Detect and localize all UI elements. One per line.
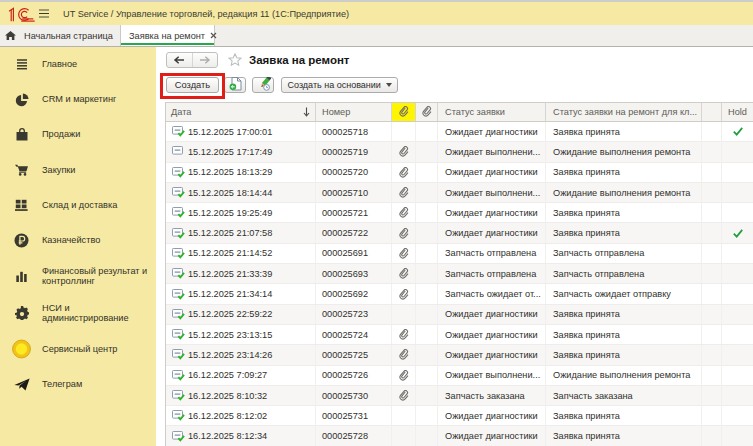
edit-postpone-icon [256, 77, 271, 93]
dropdown-caret-icon [386, 83, 392, 87]
sidebar-item-главное[interactable]: Главное [0, 47, 156, 82]
cell-spacer [702, 142, 722, 161]
table-row[interactable]: 15.12.2025 17:00:01000025718Ожидает диаг… [166, 122, 753, 142]
cell-hold [722, 163, 753, 182]
cell-date: 16.12.2025 8:12:02 [166, 406, 316, 425]
cell-spacer [702, 305, 722, 324]
cell-hold [722, 386, 753, 405]
table-row[interactable]: 15.12.2025 23:14:26000025725Ожидает диаг… [166, 345, 753, 365]
table-row[interactable]: 15.12.2025 21:34:14000025692Запчасть ожи… [166, 284, 753, 304]
table-row[interactable]: 16.12.2025 8:10:32000025730Запчасть зака… [166, 386, 753, 406]
cell-number: 000025691 [316, 244, 392, 263]
tab-repair-request[interactable]: Заявка на ремонт [120, 25, 215, 46]
cell-date: 15.12.2025 18:14:44 [166, 183, 316, 202]
forward-button[interactable] [193, 53, 218, 67]
table-row[interactable]: 15.12.2025 19:25:49000025721Ожидает диаг… [166, 203, 753, 223]
ruble-icon [12, 233, 31, 248]
cell-status: Запчасть ожидает от... [438, 284, 546, 303]
column-header-attachment[interactable] [416, 103, 438, 121]
cell-date: 16.12.2025 8:12:34 [166, 426, 316, 445]
tab-close-icon[interactable] [210, 32, 217, 39]
cell-attachment-2 [416, 264, 438, 283]
main-menu-button[interactable] [39, 9, 49, 19]
sidebar-item-label: Главное [42, 59, 77, 70]
tab-home[interactable]: Начальная страница [0, 25, 120, 46]
table-row[interactable]: 15.12.2025 18:14:44000025710Ожидает выпо… [166, 183, 753, 203]
menu-line [39, 13, 49, 15]
sidebar-item-финансовый[interactable]: Финансовый результат и контроллинг [0, 258, 156, 295]
date-value: 15.12.2025 21:33:39 [188, 269, 272, 279]
table-row[interactable]: 15.12.2025 17:17:49000025719Ожидает выпо… [166, 142, 753, 162]
cell-attachment-2 [416, 345, 438, 364]
table-row[interactable]: 16.12.2025 8:12:02000025731Ожидает диагн… [166, 406, 753, 426]
paperclip-icon [399, 146, 409, 157]
sidebar-item-label: Сервисный центр [42, 344, 117, 355]
table-row[interactable]: 15.12.2025 22:59:22000025723Ожидает диаг… [166, 305, 753, 325]
cell-hold [722, 406, 753, 425]
cell-status-client: Ожидание выполнения ремонта [546, 142, 702, 161]
sidebar-item-сервисный[interactable]: Сервисный центр [0, 332, 156, 367]
cell-date: 15.12.2025 21:33:39 [166, 264, 316, 283]
tab-bar: Начальная страница Заявка на ремонт [0, 25, 753, 47]
date-value: 16.12.2025 7:09:27 [188, 370, 267, 380]
hold-check-icon [733, 229, 743, 238]
sidebar-item-закупки[interactable]: Закупки [0, 152, 156, 187]
back-button[interactable] [167, 53, 193, 67]
cell-attachment-2 [416, 406, 438, 425]
cell-hold [722, 203, 753, 222]
table-row[interactable]: 15.12.2025 21:33:39000025693Запчасть отп… [166, 264, 753, 284]
cell-hold [722, 284, 753, 303]
table-row[interactable]: 16.12.2025 8:12:34000025728Ожидает диагн… [166, 426, 753, 446]
window-titlebar: UT Service / Управление торговлей, редак… [0, 2, 753, 25]
create-based-on-button[interactable]: Создать на основании [281, 77, 398, 93]
cell-status: Ожидает диагностики [438, 163, 546, 182]
sidebar-item-crm[interactable]: CRM и маркетинг [0, 82, 156, 117]
table-row[interactable]: 15.12.2025 21:07:58000025722Ожидает диаг… [166, 223, 753, 243]
cell-status-client: Заявка принята [546, 406, 702, 425]
paperclip-icon [399, 248, 409, 259]
sections-sidebar: ГлавноеCRM и маркетингПродажиЗакупкиСкла… [0, 47, 156, 446]
sidebar-item-продажи[interactable]: Продажи [0, 117, 156, 152]
cell-attachment [392, 142, 416, 161]
cell-attachment [392, 386, 416, 405]
sidebar-item-казначейство[interactable]: Казначейство [0, 222, 156, 257]
table-row[interactable]: 15.12.2025 23:13:15000025724Ожидает диаг… [166, 325, 753, 345]
cell-attachment-2 [416, 284, 438, 303]
cell-status-client: Запчасть заказана [546, 386, 702, 405]
column-header-attachment-highlighted[interactable] [392, 103, 416, 121]
table-row[interactable]: 16.12.2025 7:09:27000025726Ожидает выпол… [166, 366, 753, 386]
cell-attachment-2 [416, 203, 438, 222]
cell-date: 15.12.2025 18:13:29 [166, 163, 316, 182]
date-value: 15.12.2025 17:17:49 [188, 147, 272, 157]
cell-attachment [392, 163, 416, 182]
favorite-star-icon[interactable] [228, 53, 242, 67]
table-row[interactable]: 15.12.2025 21:14:52000025691Запчасть отп… [166, 244, 753, 264]
create-button[interactable]: Создать [166, 77, 219, 93]
cell-status-client: Запчасть ожидает отправку [546, 284, 702, 303]
column-header-status-client[interactable]: Статус заявки на ремонт для кл... [546, 103, 702, 121]
cell-number: 000025721 [316, 203, 392, 222]
table-row[interactable]: 15.12.2025 18:13:29000025720Ожидает диаг… [166, 163, 753, 183]
sidebar-item-нси[interactable]: НСИ и администрирование [0, 295, 156, 332]
bar-chart-icon [12, 271, 31, 282]
column-header-number[interactable]: Номер [316, 103, 392, 121]
menu-line [39, 9, 49, 11]
cell-number: 000025710 [316, 183, 392, 202]
sidebar-item-телеграм[interactable]: Телеграм [0, 367, 156, 402]
column-header-date[interactable]: Дата [166, 103, 316, 121]
cell-number: 000025719 [316, 142, 392, 161]
cell-attachment-2 [416, 426, 438, 445]
sidebar-item-label: Казначейство [42, 235, 100, 246]
column-header-status[interactable]: Статус заявки [438, 103, 546, 121]
create-by-copy-button[interactable] [224, 77, 246, 93]
cell-attachment-2 [416, 244, 438, 263]
sidebar-item-склад[interactable]: Склад и доставка [0, 187, 156, 222]
doc-posted-icon [172, 309, 185, 320]
cell-spacer [702, 426, 722, 445]
app-window: UT Service / Управление торговлей, редак… [0, 0, 753, 446]
edit-postpone-button[interactable] [252, 77, 274, 93]
column-header-hold[interactable]: Hold [722, 103, 753, 121]
cell-spacer [702, 366, 722, 385]
cell-attachment-2 [416, 305, 438, 324]
column-label-status: Статус заявки [445, 107, 505, 117]
